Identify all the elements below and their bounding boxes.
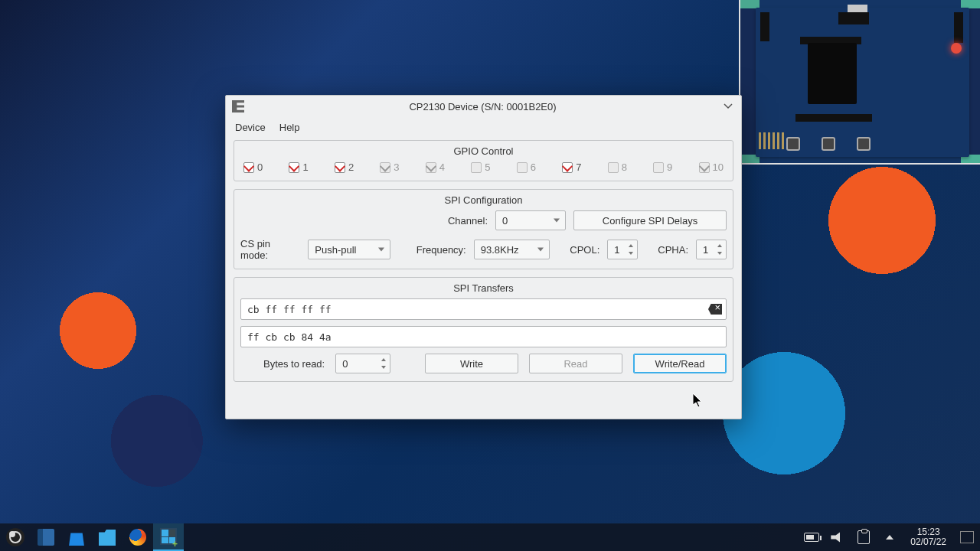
group-title: GPIO Control <box>240 145 727 157</box>
gpio-label: 4 <box>439 161 445 173</box>
app-window: CP2130 Device (S/N: 0001B2E0) Device Hel… <box>225 95 742 419</box>
taskbar-app-store[interactable] <box>61 523 92 551</box>
frequency-label: Frequency: <box>416 244 466 256</box>
menu-device[interactable]: Device <box>235 122 266 133</box>
gpio-label: 10 <box>713 161 724 173</box>
cpol-spin[interactable]: 1 <box>607 240 638 259</box>
configure-spi-delays-button[interactable]: Configure SPI Delays <box>573 210 727 230</box>
group-spi-transfers: SPI Transfers Bytes to read: 0 Write Rea… <box>234 277 733 382</box>
spi-tx-input[interactable] <box>240 298 727 320</box>
menu-help[interactable]: Help <box>279 122 300 133</box>
checkbox-icon <box>471 162 482 173</box>
channel-select[interactable]: 0 <box>495 210 566 230</box>
volume-icon <box>831 531 844 543</box>
group-title: SPI Transfers <box>240 282 727 294</box>
app-panel-icon <box>160 528 177 545</box>
taskbar-clock[interactable]: 15:23 02/07/22 <box>903 527 954 546</box>
store-icon <box>68 529 85 546</box>
gpio-label: 0 <box>257 161 263 173</box>
bytes-to-read-spin[interactable]: 0 <box>335 354 390 373</box>
checkbox-icon <box>335 162 345 173</box>
gpio-label: 1 <box>302 161 308 173</box>
clock-date: 02/07/22 <box>910 537 946 547</box>
menubar: Device Help <box>226 117 741 137</box>
files-icon <box>99 529 116 546</box>
gpio-checkbox-6: 6 <box>517 161 536 173</box>
titlebar[interactable]: CP2130 Device (S/N: 0001B2E0) <box>226 96 741 117</box>
checkbox-icon <box>380 162 390 173</box>
taskbar-app-cp2130[interactable] <box>153 523 184 551</box>
gpio-label: 5 <box>485 161 490 173</box>
checkbox-icon <box>289 162 299 173</box>
write-read-button[interactable]: Write/Read <box>633 354 727 373</box>
taskbar: 15:23 02/07/22 <box>0 523 980 551</box>
app-icon <box>232 100 244 112</box>
chevron-up-icon <box>886 535 893 540</box>
checkbox-icon <box>562 162 573 173</box>
gpio-checkbox-7[interactable]: 7 <box>562 161 581 173</box>
gpio-label: 7 <box>576 161 581 173</box>
gpio-checkbox-3: 3 <box>380 161 399 173</box>
taskbar-app-files[interactable] <box>92 523 122 551</box>
checkbox-icon <box>243 162 254 173</box>
spi-rx-output <box>240 326 727 347</box>
read-button: Read <box>529 354 622 373</box>
clipboard-icon <box>858 530 870 544</box>
gpio-label: 9 <box>667 161 672 173</box>
gpio-checkbox-2[interactable]: 2 <box>335 161 354 173</box>
group-title: SPI Configuration <box>240 194 727 206</box>
gpio-checkbox-4: 4 <box>426 161 445 173</box>
desktop: CP2130 Device (S/N: 0001B2E0) Device Hel… <box>0 0 980 551</box>
gpio-checkbox-10: 10 <box>699 161 724 173</box>
gpio-checkbox-5: 5 <box>471 161 490 173</box>
checkbox-icon <box>699 162 710 173</box>
start-icon <box>6 528 24 546</box>
group-spi-configuration: SPI Configuration Channel: 0 Configure S… <box>234 189 733 269</box>
channel-label: Channel: <box>448 215 488 227</box>
cs-pin-mode-select[interactable]: Push-pull <box>308 240 390 259</box>
tray-expand[interactable] <box>877 523 903 551</box>
group-gpio-control: GPIO Control 012345678910 <box>234 140 733 181</box>
checkbox-icon <box>653 162 664 173</box>
window-title: CP2130 Device (S/N: 0001B2E0) <box>244 101 721 112</box>
clear-tx-button[interactable] <box>708 304 722 315</box>
taskbar-app-settings[interactable] <box>31 523 61 551</box>
inset-photo-pcb <box>739 0 980 165</box>
gpio-label: 8 <box>622 161 627 173</box>
tray-battery[interactable] <box>799 523 825 551</box>
gpio-checkbox-0[interactable]: 0 <box>243 161 263 173</box>
checkbox-icon <box>426 162 436 173</box>
tray-volume[interactable] <box>825 523 851 551</box>
gpio-label: 6 <box>531 161 536 173</box>
cpol-label: CPOL: <box>570 244 599 256</box>
bytes-to-read-label: Bytes to read: <box>263 358 325 370</box>
start-menu-button[interactable] <box>0 523 31 551</box>
cs-pin-mode-label: CS pin mode: <box>240 238 300 261</box>
write-button[interactable]: Write <box>425 354 518 373</box>
gpio-label: 3 <box>394 161 399 173</box>
frequency-select[interactable]: 93.8KHz <box>474 240 550 259</box>
checkbox-icon <box>608 162 619 173</box>
chevron-down-icon <box>724 102 733 111</box>
window-menu-button[interactable] <box>721 99 735 113</box>
gpio-label: 2 <box>348 161 354 173</box>
cpha-spin[interactable]: 1 <box>696 240 727 259</box>
tray-clipboard[interactable] <box>851 523 877 551</box>
gpio-checkbox-9: 9 <box>653 161 672 173</box>
settings-panel-icon <box>38 529 54 546</box>
gpio-checkbox-1[interactable]: 1 <box>289 161 308 173</box>
show-desktop-icon <box>960 531 974 543</box>
taskbar-app-firefox[interactable] <box>122 523 153 551</box>
firefox-icon <box>129 529 146 546</box>
cpha-label: CPHA: <box>658 244 688 256</box>
gpio-checkbox-8: 8 <box>608 161 627 173</box>
checkbox-icon <box>517 162 528 173</box>
show-desktop-button[interactable] <box>954 523 980 551</box>
battery-icon <box>804 533 819 542</box>
